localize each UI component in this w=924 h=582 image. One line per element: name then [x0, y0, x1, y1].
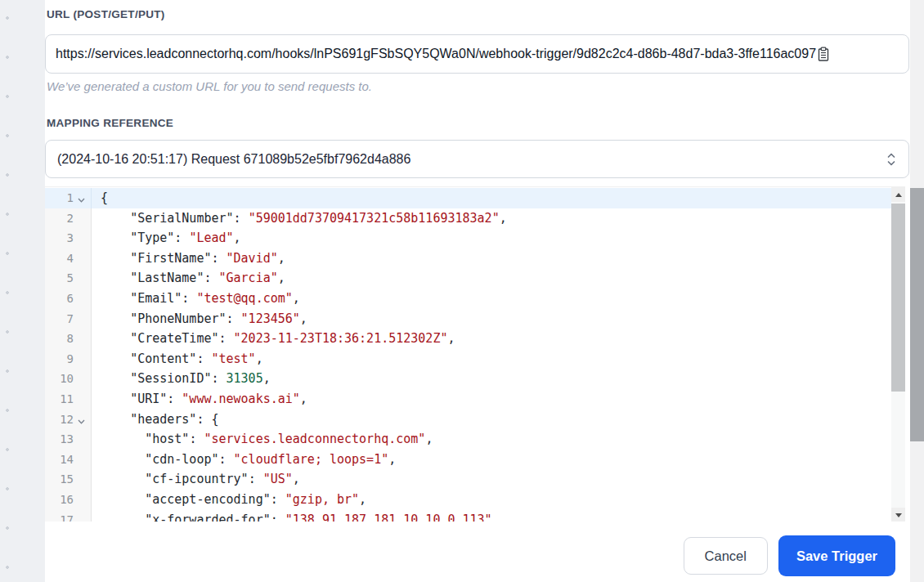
code-line[interactable]: 9 "Content": "test",	[45, 349, 905, 369]
gutter-cell: 13	[45, 429, 92, 450]
code-line[interactable]: 8 "CreateTime": "2023-11-23T18:36:21.512…	[45, 329, 905, 349]
code-line[interactable]: 10 "SessionID": 31305,	[45, 369, 905, 389]
line-number: 5	[52, 268, 74, 289]
code-line[interactable]: 14 "cdn-loop": "cloudflare; loops=1",	[45, 450, 905, 470]
code-line[interactable]: 3 "Type": "Lead",	[45, 228, 905, 248]
mapping-reference-select[interactable]: (2024-10-16 20:51:17) Request 671089b52e…	[45, 140, 909, 178]
trigger-settings-panel: URL (POST/GET/PUT) https://services.lead…	[45, 0, 910, 582]
code-line-text: "headers": {	[92, 410, 219, 430]
url-field-label: URL (POST/GET/PUT)	[47, 8, 165, 20]
cancel-button[interactable]: Cancel	[684, 537, 768, 575]
gutter-cell: 1	[45, 188, 92, 208]
code-line[interactable]: 11 "URI": "www.newoaks.ai",	[45, 389, 905, 410]
gutter-cell: 17	[45, 510, 92, 522]
gutter-cell: 3	[45, 228, 92, 248]
code-line[interactable]: 4 "FirstName": "David",	[45, 248, 905, 269]
line-number: 1	[52, 188, 74, 208]
code-line-text: "cf-ipcountry": "US",	[92, 469, 300, 490]
code-line-text: "Type": "Lead",	[92, 228, 241, 248]
scroll-down-button[interactable]	[891, 508, 905, 522]
line-number: 15	[52, 469, 74, 490]
fold-chevron-icon[interactable]	[74, 198, 88, 203]
page-scrollbar[interactable]	[910, 0, 924, 582]
save-trigger-button[interactable]: Save Trigger	[778, 535, 895, 576]
mapping-reference-label: MAPPING REFERENCE	[47, 117, 173, 129]
gutter-cell: 16	[45, 490, 92, 510]
line-number: 3	[52, 228, 74, 248]
code-line-text: "LastName": "Garcia",	[92, 268, 285, 289]
line-number: 10	[52, 369, 74, 389]
code-line[interactable]: 12 "headers": {	[45, 410, 905, 430]
gutter-cell: 11	[45, 389, 92, 410]
gutter-cell: 15	[45, 469, 92, 490]
code-line[interactable]: 5 "LastName": "Garcia",	[45, 268, 905, 289]
code-line-text: "SerialNumber": "59001dd73709417321c58b1…	[92, 208, 507, 229]
code-line-text: "PhoneNumber": "123456",	[92, 309, 307, 329]
code-line[interactable]: 6 "Email": "test@qq.com",	[45, 289, 905, 309]
workflow-canvas-background	[0, 0, 45, 582]
line-number: 9	[52, 349, 74, 369]
clipboard-copy-icon[interactable]	[817, 47, 830, 62]
mapping-reference-selected-value: (2024-10-16 20:51:17) Request 671089b52e…	[57, 152, 410, 167]
chevron-up-down-icon	[886, 151, 897, 168]
page-scrollbar-thumb[interactable]	[910, 188, 924, 441]
code-line-text: "SessionID": 31305,	[92, 369, 271, 389]
code-line[interactable]: 1{	[45, 188, 905, 208]
code-line[interactable]: 7 "PhoneNumber": "123456",	[45, 309, 905, 329]
gutter-cell: 12	[45, 410, 92, 430]
triangle-down-icon	[895, 513, 902, 517]
gutter-cell: 6	[45, 289, 92, 309]
code-line-text: "host": "services.leadconnectorhq.com",	[92, 429, 433, 450]
code-line-text: "URI": "www.newoaks.ai",	[92, 389, 307, 410]
scroll-up-button[interactable]	[891, 187, 905, 202]
gutter-cell: 10	[45, 369, 92, 389]
code-line-text: "x-forwarded-for": "138.91.187.181,10.10…	[92, 510, 500, 522]
code-line[interactable]: 16 "accept-encoding": "gzip, br",	[45, 490, 905, 510]
gutter-cell: 7	[45, 309, 92, 329]
url-helper-text: We’ve generated a custom URL for you to …	[47, 79, 372, 93]
line-number: 16	[52, 490, 74, 510]
gutter-cell: 14	[45, 450, 92, 470]
gutter-cell: 4	[45, 248, 92, 269]
line-number: 8	[52, 329, 74, 349]
code-line-text: "accept-encoding": "gzip, br",	[92, 490, 366, 510]
code-line-text: "CreateTime": "2023-11-23T18:36:21.51230…	[92, 329, 455, 349]
gutter-cell: 5	[45, 268, 92, 289]
line-number: 14	[52, 450, 74, 470]
line-number: 2	[52, 208, 74, 229]
code-line-text: "FirstName": "David",	[92, 248, 285, 269]
gutter-cell: 2	[45, 208, 92, 229]
fold-chevron-icon[interactable]	[74, 419, 88, 424]
code-line-text: "cdn-loop": "cloudflare; loops=1",	[92, 450, 396, 470]
webhook-url-value: https://services.leadconnectorhq.com/hoo…	[56, 47, 816, 61]
triangle-up-icon	[895, 193, 902, 197]
code-line[interactable]: 13 "host": "services.leadconnectorhq.com…	[45, 429, 905, 450]
code-line-text: "Email": "test@qq.com",	[92, 289, 300, 309]
line-number: 13	[52, 429, 74, 450]
line-number: 4	[52, 248, 74, 269]
gutter-cell: 9	[45, 349, 92, 369]
line-number: 17	[52, 510, 74, 522]
editor-scrollbar[interactable]	[891, 187, 905, 522]
line-number: 12	[52, 410, 74, 430]
code-line-text: "Content": "test",	[92, 349, 263, 369]
code-line[interactable]: 2 "SerialNumber": "59001dd73709417321c58…	[45, 208, 905, 229]
code-line[interactable]: 15 "cf-ipcountry": "US",	[45, 469, 905, 490]
modal-footer: Cancel Save Trigger	[684, 535, 895, 576]
gutter-cell: 8	[45, 329, 92, 349]
editor-scrollbar-thumb[interactable]	[891, 204, 905, 392]
code-line-text: {	[92, 188, 108, 208]
code-line[interactable]: 17 "x-forwarded-for": "138.91.187.181,10…	[45, 510, 905, 522]
line-number: 11	[52, 389, 74, 410]
code-lines: 1{2 "SerialNumber": "59001dd73709417321c…	[45, 188, 905, 522]
webhook-url-input[interactable]: https://services.leadconnectorhq.com/hoo…	[45, 34, 909, 74]
line-number: 7	[52, 309, 74, 329]
code-editor[interactable]: 1{2 "SerialNumber": "59001dd73709417321c…	[45, 186, 905, 522]
line-number: 6	[52, 289, 74, 309]
